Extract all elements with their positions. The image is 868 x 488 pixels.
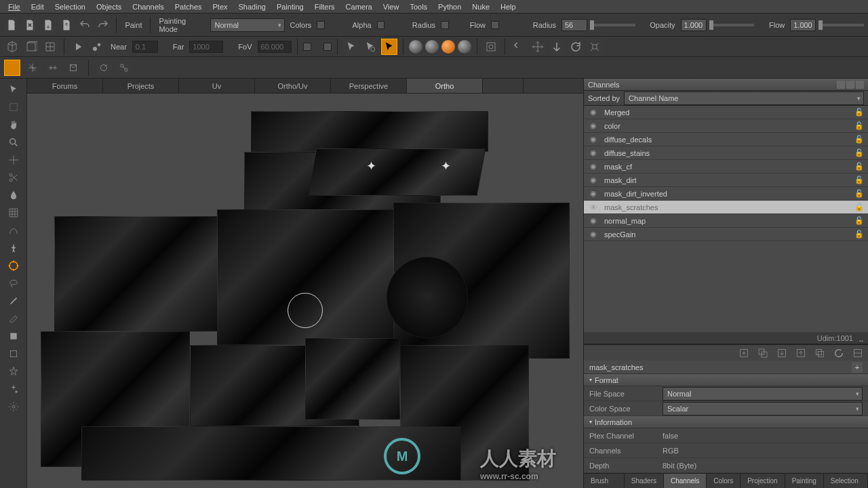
tab-ortho-uv[interactable]: Ortho/Uv bbox=[255, 79, 331, 93]
move-tool-icon[interactable] bbox=[7, 153, 20, 167]
fill-tool-icon[interactable] bbox=[7, 188, 20, 202]
lock-icon[interactable]: 🔓 bbox=[854, 230, 864, 239]
cursor-selected-icon[interactable] bbox=[381, 39, 397, 55]
check1[interactable] bbox=[303, 43, 311, 51]
marquee-tool-icon[interactable] bbox=[7, 100, 20, 114]
tab-perspective[interactable]: Perspective bbox=[331, 79, 407, 93]
tab-ortho[interactable]: Ortho bbox=[407, 79, 483, 93]
delete-file-icon[interactable] bbox=[22, 17, 38, 33]
new-file-icon[interactable] bbox=[4, 17, 20, 33]
visibility-icon[interactable]: ◉ bbox=[588, 189, 599, 198]
menu-shading[interactable]: Shading bbox=[233, 1, 271, 12]
mode5-icon[interactable] bbox=[96, 60, 112, 76]
resize-grip-icon[interactable]: ⣀ bbox=[859, 333, 864, 342]
visibility-icon[interactable]: ◉ bbox=[588, 230, 599, 239]
light2-sphere[interactable] bbox=[425, 40, 439, 54]
mode6-icon[interactable] bbox=[116, 60, 132, 76]
lock-icon[interactable]: 🔓 bbox=[854, 148, 864, 157]
add-prop-button[interactable]: + bbox=[852, 362, 863, 373]
lasso-tool-icon[interactable] bbox=[7, 277, 20, 290]
channel-item[interactable]: ◉normal_map🔓 bbox=[584, 214, 868, 228]
gear-tool-icon[interactable] bbox=[7, 400, 20, 413]
light4-sphere[interactable] bbox=[458, 40, 471, 54]
channel-item[interactable]: ◉mask_dirt🔓 bbox=[584, 174, 868, 187]
visibility-icon[interactable]: ◉ bbox=[588, 108, 599, 117]
menu-help[interactable]: Help bbox=[495, 1, 521, 12]
colors-checkbox[interactable] bbox=[317, 21, 325, 29]
delete-channel-icon[interactable] bbox=[852, 347, 864, 359]
play-icon[interactable] bbox=[70, 39, 86, 55]
scissors-tool-icon[interactable] bbox=[7, 171, 20, 184]
menu-filters[interactable]: Filters bbox=[309, 1, 340, 12]
menu-tools[interactable]: Tools bbox=[404, 1, 433, 12]
refresh-channel-icon[interactable] bbox=[833, 347, 845, 359]
brush-tool-icon[interactable] bbox=[7, 294, 20, 308]
rect-outline-tool-icon[interactable] bbox=[7, 347, 20, 361]
tab-projects[interactable]: Projects bbox=[103, 79, 179, 93]
mode4-icon[interactable] bbox=[65, 60, 81, 76]
zoom-tool-icon[interactable] bbox=[7, 136, 20, 149]
add-channel-icon[interactable] bbox=[738, 347, 750, 359]
rect-tool-icon[interactable] bbox=[7, 329, 20, 343]
menu-channels[interactable]: Channels bbox=[127, 1, 169, 12]
far-field[interactable]: 1000 bbox=[189, 41, 223, 53]
btab-selection[interactable]: Selection Gr... bbox=[824, 474, 868, 488]
uv-tool-icon[interactable] bbox=[7, 206, 20, 220]
menu-camera[interactable]: Camera bbox=[340, 1, 378, 12]
radius-slider[interactable] bbox=[590, 24, 635, 26]
alpha-checkbox[interactable] bbox=[377, 21, 385, 29]
viewport[interactable]: ✦ ✦ M 人人素材 www.rr-sc.com bbox=[27, 94, 583, 488]
menu-nuke[interactable]: Nuke bbox=[467, 1, 495, 12]
flow-slider[interactable] bbox=[818, 24, 864, 26]
visibility-icon[interactable]: ◉ bbox=[588, 176, 599, 184]
lock-icon[interactable]: 🔓 bbox=[854, 108, 864, 117]
pin-tool-icon[interactable] bbox=[7, 241, 20, 255]
channel-item[interactable]: ◉mask_dirt_inverted🔓 bbox=[584, 187, 868, 201]
channel-item[interactable]: ◉diffuse_stains🔓 bbox=[584, 146, 868, 160]
lock-icon[interactable]: 🔓 bbox=[854, 176, 864, 184]
menu-python[interactable]: Python bbox=[433, 1, 467, 12]
link-channel-icon[interactable] bbox=[814, 347, 826, 359]
channel-item[interactable]: ◉color🔓 bbox=[584, 119, 868, 133]
lock-icon[interactable]: 🔓 bbox=[854, 135, 864, 144]
section-format[interactable]: Format bbox=[584, 374, 868, 386]
nav-undo-icon[interactable] bbox=[511, 39, 527, 55]
scale-icon[interactable] bbox=[587, 39, 603, 55]
menu-edit[interactable]: Edit bbox=[26, 1, 50, 12]
painting-mode-dropdown[interactable]: Normal bbox=[210, 18, 285, 32]
fov-field[interactable]: 60.000 bbox=[258, 41, 292, 53]
hand-tool-icon[interactable] bbox=[7, 118, 20, 131]
channel-item[interactable]: ◉mask_cf🔓 bbox=[584, 160, 868, 174]
panel-maximize-icon[interactable] bbox=[846, 81, 854, 89]
down-icon[interactable] bbox=[549, 39, 565, 55]
opacity-field[interactable]: 1.000 bbox=[681, 19, 707, 31]
brush-preset-icon[interactable] bbox=[89, 39, 105, 55]
eraser-tool-icon[interactable] bbox=[7, 312, 20, 325]
panel-minimize-icon[interactable] bbox=[837, 81, 845, 89]
undo-icon[interactable] bbox=[77, 17, 93, 33]
rotate-icon[interactable] bbox=[568, 39, 584, 55]
colorspace-dropdown[interactable]: Scalar bbox=[663, 402, 863, 415]
btab-shaders[interactable]: Shaders bbox=[625, 474, 664, 488]
visibility-icon[interactable]: ◉ bbox=[588, 162, 599, 171]
menu-objects[interactable]: Objects bbox=[91, 1, 127, 12]
visibility-icon[interactable]: ◉ bbox=[588, 135, 599, 144]
star-tool-icon[interactable] bbox=[7, 365, 20, 378]
flow-field[interactable]: 1.000 bbox=[790, 19, 816, 31]
lock-icon[interactable]: 🔓 bbox=[854, 162, 864, 171]
lock-icon[interactable]: 🔓 bbox=[854, 189, 864, 198]
btab-painting[interactable]: Painting bbox=[785, 474, 824, 488]
btab-brush-editor[interactable]: Brush Editor bbox=[584, 474, 625, 488]
menu-painting[interactable]: Painting bbox=[271, 1, 309, 12]
redo-icon[interactable] bbox=[96, 17, 111, 33]
open-file-icon[interactable] bbox=[41, 17, 56, 33]
menu-ptex[interactable]: Ptex bbox=[208, 1, 233, 12]
radius-field[interactable]: 56 bbox=[561, 19, 587, 31]
menu-selection[interactable]: Selection bbox=[50, 1, 91, 12]
cursor2-icon[interactable] bbox=[362, 39, 378, 55]
tab-forums[interactable]: Forums bbox=[27, 79, 103, 93]
cube-icon[interactable] bbox=[4, 39, 20, 55]
lock-icon[interactable]: 🔓 bbox=[854, 121, 864, 130]
cube-wire-icon[interactable] bbox=[23, 39, 39, 55]
target-tool-icon[interactable] bbox=[7, 259, 20, 272]
